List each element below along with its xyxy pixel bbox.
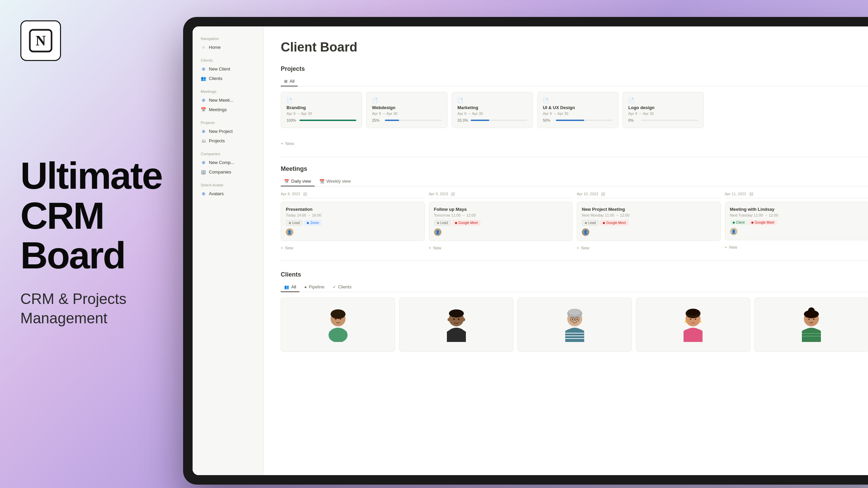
check-icon: ✓	[333, 285, 336, 289]
client-card-1[interactable]	[281, 298, 395, 352]
tab-pipeline[interactable]: ● Pipeline	[301, 282, 328, 292]
meeting-new-apr11[interactable]: + New	[725, 243, 868, 252]
sidebar-projects-section: Projects ⊕ New Project 🗂 Projects	[198, 121, 258, 145]
date-label: Apr 10, 2023	[577, 192, 598, 196]
date-marker: ⬜	[601, 192, 605, 196]
client-card-4[interactable]	[636, 298, 750, 352]
svg-point-23	[576, 319, 578, 320]
meeting-title: New Project Meeting	[582, 207, 716, 212]
meeting-tags: Lead Zoom	[286, 220, 420, 226]
sidebar-item-new-client[interactable]: ⊕ New Client	[198, 64, 258, 73]
svg-point-13	[453, 319, 455, 320]
projects-grid: 📄 Branding Apr 9 → Apr 30 100%	[281, 92, 868, 128]
tag-zoom: Zoom	[304, 220, 322, 226]
meeting-new-apr9[interactable]: + New	[429, 244, 573, 252]
client-card-2[interactable]	[399, 298, 513, 352]
sidebar-item-projects[interactable]: 🗂 Projects	[198, 136, 258, 145]
sidebar-item-avatars[interactable]: ⊕ Avatars	[198, 189, 258, 198]
progress-container: 33.3%	[457, 118, 527, 122]
meeting-time: Tomorrow 11:00 → 12:00	[434, 213, 568, 217]
project-date: Apr 9 → Apr 30	[372, 111, 442, 116]
tab-all-label: All	[290, 79, 294, 84]
sidebar-item-new-company[interactable]: ⊕ New Comp...	[198, 158, 258, 167]
progress-fill	[556, 120, 584, 121]
sidebar-item-new-meeting[interactable]: ⊕ New Meeti...	[198, 96, 258, 104]
svg-point-41	[808, 319, 810, 320]
sidebar-meetings-title: Meetings	[198, 89, 258, 94]
svg-point-34	[699, 321, 701, 323]
tab-weekly-label: Weekly view	[327, 179, 351, 184]
project-title: Marketing	[457, 105, 527, 110]
meeting-column-apr8: Apr 8, 2023 ⬜ Presentation Today 14:00 →…	[281, 192, 425, 252]
sidebar-clients-section: Clients ⊕ New Client 👥 Clients	[198, 58, 258, 83]
svg-point-33	[685, 321, 687, 323]
client-card-5[interactable]	[754, 298, 868, 352]
tab-daily-view[interactable]: 📅 Daily view	[281, 177, 315, 186]
date-label: Apr 9, 2023	[429, 192, 448, 196]
svg-point-30	[687, 309, 699, 316]
project-card-webdesign[interactable]: 📄 Webdesign Apr 9 → Apr 30 25%	[366, 92, 448, 128]
meeting-date-apr11: Apr 11, 2023 ⬜	[725, 192, 868, 198]
tag-client: Client	[730, 220, 748, 225]
project-icon: 📄	[287, 98, 356, 103]
progress-label: 25%	[372, 118, 382, 122]
progress-fill	[299, 120, 356, 121]
sidebar-avatar-section: Select Avatar ⊕ Avatars	[198, 183, 258, 198]
meeting-avatar: 👤	[730, 228, 737, 235]
meeting-card-newproject[interactable]: New Project Meeting Next Monday 11:00 → …	[577, 202, 721, 241]
folder-icon: 🗂	[201, 138, 206, 143]
tab-pipeline-label: Pipeline	[309, 284, 324, 289]
project-card-ux[interactable]: 📄 UI & UX Design Apr 9 → Apr 30 50%	[537, 92, 618, 128]
left-panel: N Ultimate CRM Board CRM & Projects Mana…	[0, 0, 197, 488]
sidebar-item-home[interactable]: ○ Home	[198, 43, 258, 52]
sidebar-companies-title: Companies	[198, 152, 258, 156]
projects-section: Projects ⊞ All 📄 Branding Apr 9 → Apr 30	[281, 65, 868, 149]
meeting-card-lindsay[interactable]: Meeting with Lindsay Next Tuesday 11:00 …	[725, 202, 868, 240]
tab-clients[interactable]: ✓ Clients	[329, 282, 355, 292]
meetings-section-title: Meetings	[281, 165, 868, 172]
meeting-new-apr10[interactable]: + New	[577, 244, 721, 252]
meeting-avatar: 👤	[286, 228, 293, 236]
sidebar-item-meetings[interactable]: 📅 Meetings	[198, 105, 258, 114]
progress-fill	[471, 120, 489, 121]
project-date: Apr 9 → Apr 30	[287, 111, 356, 116]
svg-point-10	[449, 309, 464, 318]
clients-icon: 👥	[201, 76, 206, 81]
progress-bar	[556, 120, 613, 121]
meetings-grid: Apr 8, 2023 ⬜ Presentation Today 14:00 →…	[281, 192, 868, 252]
project-card-branding[interactable]: 📄 Branding Apr 9 → Apr 30 100%	[281, 92, 362, 128]
meeting-card-followup[interactable]: Follow up Maya Tomorrow 11:00 → 12:00 Le…	[429, 202, 573, 241]
meeting-avatar: 👤	[582, 228, 589, 236]
sidebar-item-new-project[interactable]: ⊕ New Project	[198, 127, 258, 136]
progress-container: 0%	[628, 118, 698, 122]
tab-all-label: All	[291, 284, 296, 289]
progress-fill	[385, 120, 399, 121]
clients-tabs: 👥 All ● Pipeline ✓ Clients	[281, 282, 868, 292]
meeting-title: Follow up Maya	[434, 207, 568, 212]
meeting-card-presentation[interactable]: Presentation Today 14:00 → 16:00 Lead	[281, 202, 425, 241]
client-card-3[interactable]	[517, 298, 632, 352]
dot	[455, 222, 457, 224]
meeting-date-apr9: Apr 9, 2023 ⬜	[429, 192, 573, 198]
sidebar-item-companies[interactable]: 🏢 Companies	[198, 167, 258, 176]
svg-point-42	[813, 319, 814, 320]
meeting-new-apr8[interactable]: + New	[281, 244, 425, 252]
tab-projects-all[interactable]: ⊞ All	[281, 77, 298, 86]
svg-point-12	[462, 318, 465, 321]
svg-point-6	[335, 319, 336, 320]
project-icon: 📄	[628, 98, 698, 103]
projects-new-button[interactable]: + New	[281, 138, 868, 149]
client-avatar-1	[323, 305, 353, 342]
sidebar-item-clients[interactable]: 👥 Clients	[198, 74, 258, 83]
meeting-tags: Lead Google Meet	[434, 220, 568, 226]
project-date: Apr 9 → Apr 30	[457, 111, 527, 116]
tab-weekly-view[interactable]: 📆 Weekly view	[316, 177, 354, 186]
progress-container: 25%	[372, 118, 442, 122]
tab-clients-all[interactable]: 👥 All	[281, 282, 299, 292]
progress-bar	[385, 120, 442, 121]
tag-lead: Lead	[434, 220, 451, 226]
project-card-marketing[interactable]: 📄 Marketing Apr 9 → Apr 30 33.3%	[452, 92, 533, 128]
projects-tabs: ⊞ All	[281, 77, 868, 86]
project-card-logo[interactable]: 📄 Logo design Apr 9 → Apr 30 0%	[623, 92, 704, 128]
project-date: Apr 9 → Apr 30	[543, 111, 613, 116]
